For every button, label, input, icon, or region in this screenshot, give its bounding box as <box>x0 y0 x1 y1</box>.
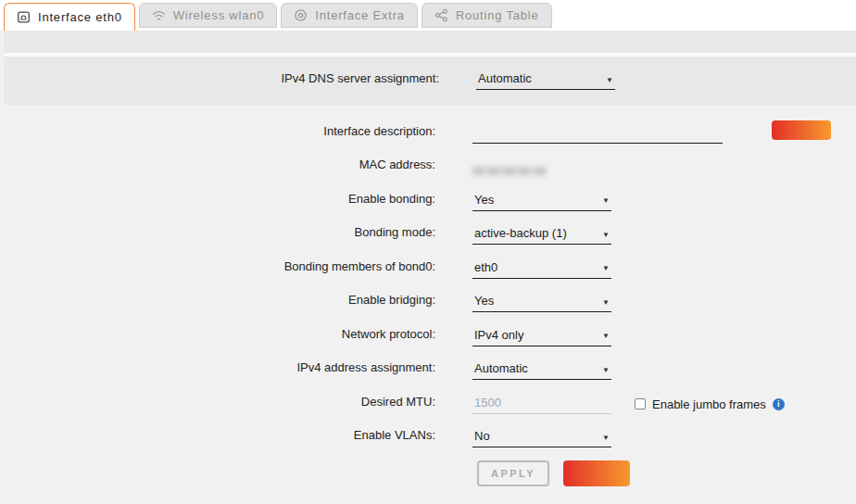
jumbo-frames-checkbox[interactable] <box>635 398 646 410</box>
enable-vlans-select[interactable]: No ▼ <box>472 429 611 447</box>
dns-assignment-select[interactable]: Automatic ▼ <box>476 71 615 90</box>
done-button-label: DONE <box>565 462 628 481</box>
row-interface-description: Interface description: INFO <box>0 109 856 144</box>
enable-bonding-label: Enable bonding: <box>0 192 435 211</box>
mtu-value: 1500 <box>474 396 501 410</box>
toolbar-strip <box>4 31 856 57</box>
apply-button[interactable]: APPLY <box>477 460 549 486</box>
done-button[interactable]: DONE <box>563 460 630 486</box>
bonding-members-select[interactable]: eth0 ▼ <box>472 260 611 279</box>
tab-interface-extra[interactable]: Interface Extra <box>281 3 418 28</box>
tab-interface-eth0[interactable]: Interface eth0 <box>4 3 135 31</box>
jumbo-frames-group: Enable jumbo frames i <box>635 397 785 414</box>
enable-bonding-select[interactable]: Yes ▼ <box>472 193 611 211</box>
chevron-down-icon: ▼ <box>606 73 613 84</box>
row-enable-bridging: Enable bridging: Yes ▼ <box>0 279 856 313</box>
ipv4-assignment-label: IPv4 address assignment: <box>0 360 435 380</box>
interface-form: Interface description: INFO MAC address:… <box>0 105 856 486</box>
form-actions: APPLY DONE <box>477 460 856 486</box>
mac-address-label: MAC address: <box>0 158 435 177</box>
row-bonding-mode: Bonding mode: active-backup (1) ▼ <box>0 211 856 246</box>
network-protocol-label: Network protocol: <box>0 327 435 346</box>
bonding-mode-label: Bonding mode: <box>0 225 435 245</box>
target-icon <box>294 8 308 22</box>
row-ipv4-assignment: IPv4 address assignment: Automatic ▼ <box>0 346 856 381</box>
info-circle-icon[interactable]: i <box>773 398 785 410</box>
chevron-down-icon: ▼ <box>602 363 610 374</box>
row-desired-mtu: Desired MTU: 1500 Enable jumbo frames i <box>0 380 856 414</box>
network-protocol-select[interactable]: IPv4 only ▼ <box>472 328 611 346</box>
wifi-icon <box>152 8 166 22</box>
select-value: eth0 <box>474 260 497 274</box>
chevron-down-icon: ▼ <box>602 329 610 340</box>
row-bonding-members: Bonding members of bond0: eth0 ▼ <box>0 245 856 279</box>
row-enable-bonding: Enable bonding: Yes ▼ <box>0 177 856 211</box>
chevron-down-icon: ▼ <box>602 296 610 307</box>
bonding-mode-select[interactable]: active-backup (1) ▼ <box>472 226 611 245</box>
select-value: Automatic <box>478 71 532 85</box>
chevron-down-icon: ▼ <box>602 194 610 205</box>
desired-mtu-label: Desired MTU: <box>0 395 435 414</box>
dns-section: IPv4 DNS server assignment: Automatic ▼ <box>4 57 856 105</box>
dns-assignment-label: IPv4 DNS server assignment: <box>4 71 439 91</box>
tab-label: Routing Table <box>456 8 539 22</box>
enable-bridging-select[interactable]: Yes ▼ <box>472 294 611 312</box>
chevron-down-icon: ▼ <box>602 431 610 442</box>
enable-vlans-label: Enable VLANs: <box>0 428 435 447</box>
jumbo-frames-label: Enable jumbo frames <box>652 397 766 411</box>
tab-wireless-wlan0[interactable]: Wireless wlan0 <box>139 3 278 28</box>
select-value: No <box>474 429 490 443</box>
info-button[interactable]: INFO <box>772 120 831 140</box>
row-enable-vlans: Enable VLANs: No ▼ <box>0 414 856 448</box>
select-value: Yes <box>474 193 494 207</box>
interface-description-label: Interface description: <box>0 124 435 144</box>
tab-routing-table[interactable]: Routing Table <box>422 3 552 28</box>
bonding-members-label: Bonding members of bond0: <box>0 259 435 279</box>
enable-bridging-label: Enable bridging: <box>0 293 435 312</box>
interface-description-input[interactable] <box>472 125 723 144</box>
chevron-down-icon: ▼ <box>602 261 610 272</box>
select-value: IPv4 only <box>474 328 523 342</box>
select-value: Automatic <box>474 361 528 375</box>
row-mac-address: MAC address: xx:xx:xx:xx:xx <box>0 144 856 178</box>
row-network-protocol: Network protocol: IPv4 only ▼ <box>0 312 856 346</box>
share-nodes-icon <box>434 8 448 22</box>
select-value: Yes <box>474 294 494 308</box>
chevron-down-icon: ▼ <box>602 228 610 239</box>
tab-bar: Interface eth0 Wireless wlan0 Interface … <box>0 0 856 31</box>
ipv4-assignment-select[interactable]: Automatic ▼ <box>472 361 611 380</box>
tab-label: Interface eth0 <box>38 10 122 24</box>
info-button-label: INFO <box>774 122 829 138</box>
select-value: active-backup (1) <box>474 226 567 240</box>
ethernet-port-icon <box>17 10 31 24</box>
desired-mtu-input-disabled: 1500 <box>472 396 611 414</box>
tab-label: Wireless wlan0 <box>173 8 265 22</box>
tab-label: Interface Extra <box>315 8 405 22</box>
